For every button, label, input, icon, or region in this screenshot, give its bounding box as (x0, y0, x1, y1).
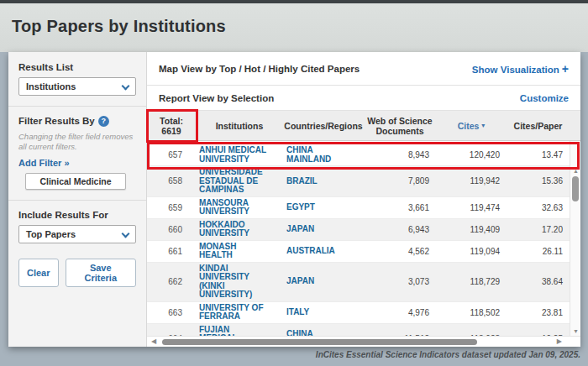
col-cites-per-paper[interactable]: Cites/Paper (507, 111, 570, 140)
table-row: 659MANSOURA UNIVERSITYEGYPT3,661119,4743… (147, 197, 570, 219)
save-criteria-button[interactable]: Save Criteria (66, 259, 136, 287)
cites-per-paper-value: 17.20 (507, 225, 570, 234)
dataset-update-note: InCites Essential Science Indicators dat… (8, 350, 580, 359)
cites-value: 119,409 (436, 225, 507, 234)
scroll-up-icon[interactable]: ▲ (570, 168, 580, 174)
include-results-label: Include Results For (18, 210, 136, 220)
institution-link[interactable]: FUJIAN MEDICAL UNIVERSITY (196, 326, 283, 337)
plus-icon: + (562, 62, 569, 76)
vertical-scrollbar[interactable]: ▲ ▼ (570, 141, 580, 336)
partially-scrolled-row (147, 141, 570, 144)
chevron-down-icon (122, 82, 130, 91)
institution-link[interactable]: MONASH HEALTH (196, 243, 283, 260)
table-row: 661MONASH HEALTHAUSTRALIA4,562119,09426.… (147, 241, 570, 263)
chevron-down-icon (122, 230, 130, 238)
show-visualization-link[interactable]: Show Visualization+ (472, 62, 569, 76)
include-results-select[interactable]: Top Papers (18, 225, 136, 243)
table-row: 657ANHUI MEDICAL UNIVERSITYCHINA MAINLAN… (147, 144, 570, 166)
scroll-down-icon[interactable]: ▼ (570, 328, 580, 334)
country-region-link[interactable]: EGYPT (283, 203, 364, 212)
row-rank: 663 (147, 308, 196, 317)
header-scroll-spacer (570, 111, 580, 140)
table-row: 658UNIVERSIDADE ESTADUAL DE CAMPINASBRAZ… (147, 166, 570, 197)
vertical-scroll-thumb[interactable] (572, 176, 579, 201)
cites-value: 119,094 (436, 247, 507, 256)
cites-per-paper-value: 15.36 (507, 176, 570, 186)
country-region-link[interactable]: CHINA MAINLAND (283, 330, 364, 336)
wos-documents-value: 4,562 (364, 247, 436, 256)
table-header-row: Total: 6619 Institutions Countries/Regio… (147, 111, 580, 141)
main-area: Map View by Top / Hot / Highly Cited Pap… (147, 52, 580, 347)
table-row: 662KINDAI UNIVERSITY (KINKI UNIVERSITY)J… (147, 263, 570, 302)
results-table: Total: 6619 Institutions Countries/Regio… (147, 111, 580, 347)
table-row: 664FUJIAN MEDICAL UNIVERSITYCHINA MAINLA… (147, 324, 570, 337)
institution-link[interactable]: UNIVERSITY OF FERRARA (196, 304, 283, 322)
table-row: 660HOKKAIDO UNIVERSITYJAPAN6,943119,4091… (147, 219, 570, 241)
col-institutions[interactable]: Institutions (196, 111, 283, 140)
wos-documents-value: 6,943 (364, 225, 436, 234)
wos-documents-value: 3,073 (364, 277, 436, 286)
clear-button[interactable]: Clear (18, 259, 59, 287)
sidebar: Results List Institutions Filter Results… (8, 52, 147, 347)
customize-link[interactable]: Customize (520, 93, 569, 103)
sort-desc-icon: ▾ (481, 121, 485, 131)
country-region-link[interactable]: JAPAN (283, 225, 364, 234)
table-body: 657ANHUI MEDICAL UNIVERSITYCHINA MAINLAN… (147, 141, 580, 336)
col-cites-sorted[interactable]: Cites ▾ (436, 111, 507, 140)
wos-documents-value: 4,976 (364, 308, 436, 317)
horizontal-scrollbar[interactable]: ◀ ▶ (147, 336, 580, 347)
country-region-link[interactable]: ITALY (283, 308, 364, 317)
row-rank: 657 (147, 150, 196, 159)
results-list-value: Institutions (26, 81, 76, 92)
clipped-row-text (286, 142, 318, 144)
country-region-link[interactable]: BRAZIL (283, 177, 364, 186)
help-icon[interactable]: ? (98, 116, 109, 127)
row-rank: 662 (147, 277, 196, 286)
cites-value: 120,420 (436, 150, 507, 159)
horizontal-scroll-thumb[interactable] (162, 339, 477, 345)
include-results-value: Top Papers (26, 229, 76, 239)
cites-per-paper-value: 23.81 (507, 308, 570, 317)
filter-results-label-text: Filter Results By (18, 116, 95, 126)
country-region-link[interactable]: AUSTRALIA (283, 247, 364, 256)
cites-value: 119,942 (436, 176, 507, 186)
institution-link[interactable]: ANHUI MEDICAL UNIVERSITY (196, 146, 283, 164)
cites-value: 118,502 (436, 308, 507, 317)
table-rows: 657ANHUI MEDICAL UNIVERSITYCHINA MAINLAN… (147, 141, 570, 336)
wos-documents-value: 3,661 (364, 203, 436, 212)
total-header-cell: Total: 6619 (147, 111, 196, 140)
row-rank: 658 (147, 176, 196, 186)
institution-link[interactable]: HOKKAIDO UNIVERSITY (196, 221, 283, 238)
active-filter-chip[interactable]: Clinical Medicine (25, 173, 126, 190)
scroll-right-icon[interactable]: ▶ (557, 337, 562, 345)
institution-link[interactable]: KINDAI UNIVERSITY (KINKI UNIVERSITY) (196, 264, 283, 300)
add-filter-link[interactable]: Add Filter » (18, 158, 136, 168)
results-list-select[interactable]: Institutions (18, 77, 136, 96)
col-countries[interactable]: Countries/Regions (283, 111, 364, 140)
cites-value: 119,474 (436, 203, 507, 212)
filter-note: Changing the filter field removes all cu… (18, 132, 136, 152)
clipped-row-text (199, 142, 260, 144)
cites-per-paper-value: 32.63 (507, 203, 570, 212)
col-documents[interactable]: Web of Science Documents (364, 111, 436, 140)
country-region-link[interactable]: JAPAN (283, 277, 364, 286)
row-rank: 660 (147, 225, 196, 234)
filter-results-label: Filter Results By? (18, 116, 136, 127)
cites-per-paper-value: 38.64 (507, 277, 570, 286)
show-visualization-text: Show Visualization (472, 65, 559, 75)
cites-per-paper-value: 26.11 (507, 247, 570, 256)
institution-link[interactable]: MANSOURA UNIVERSITY (196, 199, 283, 217)
scroll-left-icon[interactable]: ◀ (151, 337, 156, 345)
wos-documents-value: 7,809 (364, 176, 436, 186)
map-view-label: Map View by Top / Hot / Highly Cited Pap… (159, 64, 360, 74)
map-view-bar: Map View by Top / Hot / Highly Cited Pap… (147, 52, 580, 86)
country-region-link[interactable]: CHINA MAINLAND (283, 146, 364, 164)
cites-value: 118,729 (436, 277, 507, 286)
page-header: Top Papers by Institutions (0, 3, 588, 52)
page-title: Top Papers by Institutions (12, 17, 588, 36)
institution-link[interactable]: UNIVERSIDADE ESTADUAL DE CAMPINAS (196, 168, 283, 195)
total-value: 6619 (161, 126, 181, 136)
row-rank: 659 (147, 203, 196, 212)
col-cites-label: Cites (458, 121, 480, 131)
wos-documents-value: 8,943 (364, 150, 436, 159)
